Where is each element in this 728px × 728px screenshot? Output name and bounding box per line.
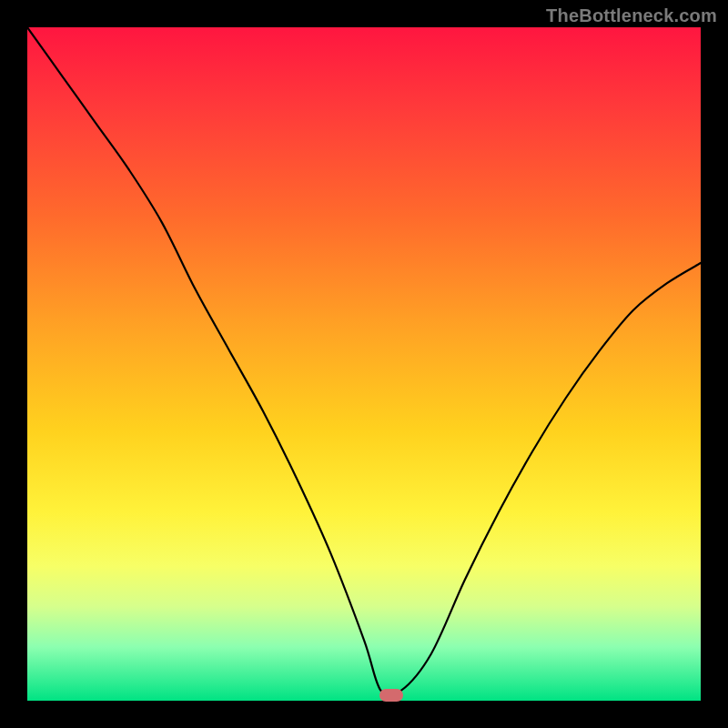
curve-path: [27, 27, 701, 696]
optimal-point-marker: [379, 689, 403, 702]
watermark-text: TheBottleneck.com: [546, 5, 717, 26]
plot-area: [27, 27, 701, 701]
bottleneck-curve: [27, 27, 701, 701]
chart-frame: TheBottleneck.com: [0, 0, 728, 728]
